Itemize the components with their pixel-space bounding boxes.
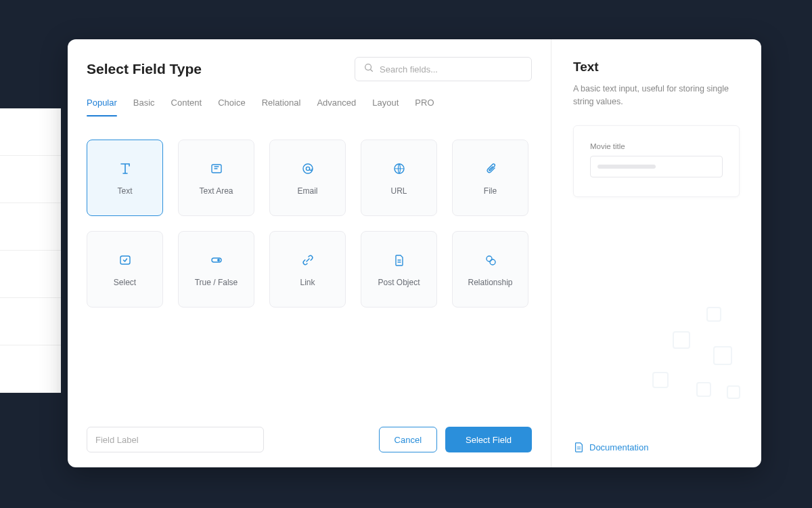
tab-basic[interactable]: Basic bbox=[133, 98, 155, 116]
tile-label: Post Object bbox=[378, 278, 420, 287]
tile-label: Email bbox=[297, 186, 317, 196]
search-input[interactable] bbox=[380, 64, 523, 75]
textarea-icon bbox=[208, 161, 225, 177]
tile-text[interactable]: Text bbox=[87, 140, 163, 216]
tile-relationship[interactable]: Relationship bbox=[452, 231, 528, 308]
svg-rect-10 bbox=[707, 308, 721, 321]
document-icon bbox=[391, 252, 407, 268]
globe-icon bbox=[391, 161, 407, 177]
cancel-button[interactable]: Cancel bbox=[379, 427, 437, 452]
field-grid: Text Text Area Email URL File Select bbox=[87, 140, 532, 308]
tile-email[interactable]: Email bbox=[269, 140, 346, 216]
documentation-icon bbox=[573, 442, 584, 452]
svg-rect-12 bbox=[714, 347, 731, 364]
decorative-squares-icon bbox=[633, 305, 748, 413]
text-icon bbox=[117, 161, 133, 177]
select-icon bbox=[117, 252, 133, 268]
documentation-label: Documentation bbox=[589, 442, 648, 452]
preview-input bbox=[590, 156, 723, 177]
tile-text-area[interactable]: Text Area bbox=[178, 140, 254, 216]
tab-popular[interactable]: Popular bbox=[87, 98, 117, 116]
link-icon bbox=[300, 252, 316, 268]
preview-placeholder-bar bbox=[597, 165, 656, 169]
select-field-button[interactable]: Select Field bbox=[445, 427, 532, 452]
background-panel bbox=[0, 108, 61, 393]
tile-label: Link bbox=[300, 278, 315, 287]
svg-rect-13 bbox=[653, 373, 668, 387]
field-preview: Movie title bbox=[573, 125, 740, 197]
tile-true-false[interactable]: True / False bbox=[178, 231, 254, 308]
modal-main: Select Field Type Popular Basic Content … bbox=[68, 39, 551, 467]
tile-label: Select bbox=[114, 278, 136, 287]
at-icon bbox=[300, 161, 316, 177]
toggle-icon bbox=[208, 252, 225, 268]
tile-label: Text Area bbox=[199, 186, 233, 196]
svg-rect-11 bbox=[673, 332, 690, 348]
modal-sidebar: Text A basic text input, useful for stor… bbox=[551, 39, 761, 467]
tile-label: URL bbox=[390, 186, 407, 196]
tab-layout[interactable]: Layout bbox=[372, 98, 399, 116]
preview-label: Movie title bbox=[590, 142, 723, 150]
tile-label: Relationship bbox=[468, 278, 512, 287]
svg-rect-15 bbox=[727, 386, 740, 398]
tile-link[interactable]: Link bbox=[269, 231, 346, 308]
modal-footer: Cancel Select Field bbox=[87, 427, 532, 452]
tile-post-object[interactable]: Post Object bbox=[361, 231, 437, 308]
search-input-wrap[interactable] bbox=[355, 57, 532, 81]
tile-url[interactable]: URL bbox=[361, 140, 437, 216]
tab-advanced[interactable]: Advanced bbox=[317, 98, 356, 116]
tile-label: File bbox=[484, 186, 497, 196]
svg-rect-14 bbox=[697, 383, 710, 396]
tile-label: True / False bbox=[195, 278, 238, 287]
tab-content[interactable]: Content bbox=[171, 98, 202, 116]
sidebar-description: A basic text input, useful for storing s… bbox=[573, 83, 740, 109]
tab-choice[interactable]: Choice bbox=[218, 98, 245, 116]
relationship-icon bbox=[482, 252, 499, 268]
field-label-input[interactable] bbox=[87, 427, 264, 452]
tile-label: Text bbox=[117, 186, 132, 196]
paperclip-icon bbox=[482, 161, 499, 177]
documentation-link[interactable]: Documentation bbox=[573, 442, 648, 452]
tile-file[interactable]: File bbox=[452, 140, 528, 216]
tab-pro[interactable]: PRO bbox=[415, 98, 434, 116]
tabs: Popular Basic Content Choice Relational … bbox=[87, 98, 532, 117]
tile-select[interactable]: Select bbox=[87, 231, 163, 308]
modal-title: Select Field Type bbox=[87, 61, 341, 77]
field-type-modal: Select Field Type Popular Basic Content … bbox=[68, 39, 761, 467]
modal-header: Select Field Type bbox=[87, 57, 532, 81]
tab-relational[interactable]: Relational bbox=[262, 98, 301, 116]
sidebar-title: Text bbox=[573, 60, 740, 75]
search-icon bbox=[363, 62, 374, 76]
